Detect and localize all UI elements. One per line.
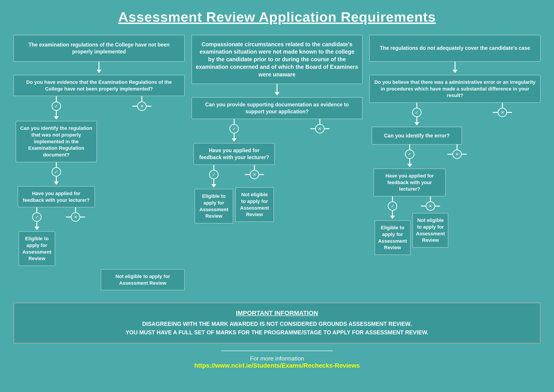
col2-top-box: Compassionate circumstances related to t…	[191, 35, 363, 84]
important-info-section: IMPORTANT INFORMATION DISAGREEING WITH T…	[14, 303, 540, 343]
col3-check2: ✓	[405, 149, 414, 159]
footer: For more information https://www.ncirl.i…	[14, 351, 540, 369]
col3-check3: ✓	[388, 201, 397, 211]
col1-check3: ✓	[32, 212, 42, 222]
col1-q3: Have you applied for feedback with your …	[18, 186, 95, 207]
col3-cross2: ✕	[452, 149, 462, 159]
arrow2	[277, 84, 277, 92]
col3-top-box: The regulations do not adequately cover …	[369, 35, 540, 62]
col1-q1: Do you have evidence that the Examinatio…	[14, 75, 185, 96]
flowchart-area: The examination regulations of the Colle…	[14, 35, 540, 290]
col3-cross3: ✕	[426, 201, 435, 211]
arrowhead1	[97, 70, 101, 73]
col1-q2: Can you identify the regulation that was…	[16, 121, 97, 162]
col3-q3: Have you applied for feedback with your …	[374, 168, 445, 196]
col1-cross1: ✕	[137, 101, 146, 111]
col2-cross1: ✕	[315, 124, 325, 133]
col1-not-eligible: Not eligible to apply for Assessment Rev…	[101, 269, 185, 290]
col3-q1: Do you believe that there was a administ…	[369, 75, 540, 103]
col1-eligible: Eligible to apply for Assessment Review	[19, 231, 55, 266]
col3-eligible: Eligible to apply for Assessment Review	[375, 220, 411, 255]
col1-cross3: ✕	[71, 212, 80, 222]
col2-cross2: ✕	[250, 170, 259, 179]
important-info-line2: YOU MUST HAVE A FULL SET OF MARKS FOR TH…	[28, 328, 526, 337]
footer-divider	[221, 351, 333, 351]
col2-q1: Can you provide supporting documentation…	[191, 97, 363, 119]
col1-branch1: ✓ Can you identify the regulation that w…	[14, 96, 185, 266]
col3-q2: Can you identify the error?	[372, 127, 462, 145]
important-info-title: IMPORTANT INFORMATION	[28, 309, 526, 317]
arrow3	[455, 62, 456, 70]
footer-label: For more information	[14, 355, 540, 362]
footer-link[interactable]: https://www.ncirl.ie/Students/Exams/Rech…	[14, 362, 540, 369]
column-3: The regulations do not adequately cover …	[369, 35, 540, 255]
col2-check1: ✓	[229, 124, 239, 133]
col3-not-eligible: Not eligible to apply for Assessment Rev…	[412, 213, 448, 248]
col3-cross1: ✕	[498, 108, 507, 117]
col1-check2: ✓	[52, 167, 61, 176]
arrow1	[98, 62, 99, 70]
column-1: The examination regulations of the Colle…	[14, 35, 185, 290]
col2-eligible: Eligible to apply for Assessment Review	[194, 189, 233, 224]
important-info-line1: DISAGREEING WITH THE MARK AWARDED IS NOT…	[28, 320, 526, 328]
col2-check2: ✓	[209, 170, 218, 179]
column-2: Compassionate circumstances related to t…	[191, 35, 363, 224]
col2-q2: Have you applied for feedback with your …	[194, 143, 275, 165]
col1-check1: ✓	[52, 101, 61, 111]
col3-check1: ✓	[412, 108, 422, 117]
page-title: Assessment Review Application Requiremen…	[14, 9, 540, 25]
col1-top-box: The examination regulations of the Colle…	[14, 35, 185, 62]
col2-not-eligible: Not eligible to apply for Assessment Rev…	[235, 187, 274, 222]
